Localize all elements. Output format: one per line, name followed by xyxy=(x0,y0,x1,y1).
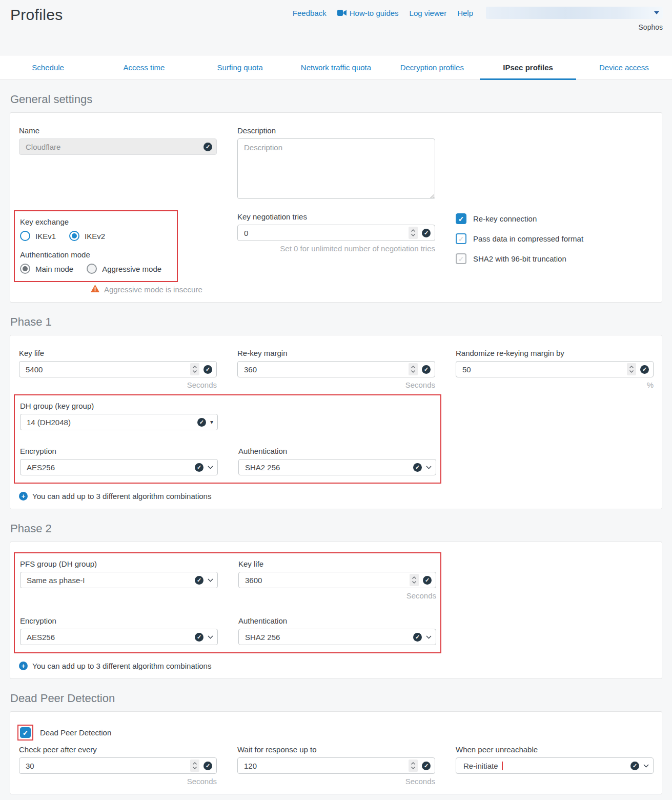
video-camera-icon xyxy=(337,9,347,17)
description-input[interactable] xyxy=(237,138,435,199)
phase2-algorithms-highlight-box: PFS group (DH group) Same as phase-I ✓ K… xyxy=(14,552,441,653)
number-spinner[interactable] xyxy=(190,759,199,772)
radio-ikev1[interactable] xyxy=(20,231,30,241)
dpd-check-peer-input[interactable]: 30 ✓ xyxy=(19,757,217,774)
phase1-add-combination-note: + You can add up to 3 different algorith… xyxy=(19,492,653,501)
compressed-format-checkbox[interactable]: ✓ xyxy=(456,233,466,244)
valid-check-icon: ✓ xyxy=(195,463,203,472)
tab-access-time[interactable]: Access time xyxy=(96,55,192,79)
phase2-encryption-select[interactable]: AES256 ✓ xyxy=(20,629,218,645)
chevron-down-icon xyxy=(208,464,213,470)
phase1-randomize-input[interactable]: 50 ✓ xyxy=(456,361,654,377)
radio-ikev1-label: IKEv1 xyxy=(35,232,56,241)
phase2-key-life-label: Key life xyxy=(238,559,436,568)
general-settings-panel: Name Cloudflare ✓ Description Key exchan… xyxy=(10,112,662,303)
sha2-truncation-label: SHA2 with 96-bit truncation xyxy=(473,254,566,263)
number-spinner[interactable] xyxy=(627,363,636,375)
phase1-key-life-label: Key life xyxy=(19,349,217,357)
chevron-down-icon xyxy=(654,11,659,14)
rekey-connection-checkbox[interactable]: ✓ xyxy=(456,213,466,224)
dpd-enable-row: ✓ Dead Peer Detection xyxy=(19,726,653,739)
phase1-encryption-select[interactable]: AES256 ✓ xyxy=(20,459,218,475)
phase1-key-life-input[interactable]: 5400 ✓ xyxy=(19,361,217,377)
dpd-when-unreachable-label: When peer unreachable xyxy=(456,745,654,754)
phase1-panel: Key life 5400 ✓ Seconds Re-key margin 36… xyxy=(10,335,662,509)
phase1-rekey-margin-label: Re-key margin xyxy=(237,349,435,357)
account-selector[interactable] xyxy=(486,7,663,19)
phase2-add-combination-note: + You can add up to 3 different algorith… xyxy=(19,662,653,670)
chevron-down-icon xyxy=(643,763,649,769)
number-spinner[interactable] xyxy=(410,574,419,586)
tab-ipsec-profiles[interactable]: IPsec profiles xyxy=(480,55,576,79)
app-header: Profiles Feedback How-to guides Log view… xyxy=(0,0,672,51)
chevron-down-icon xyxy=(208,577,213,583)
radio-aggressive-mode[interactable] xyxy=(87,264,97,274)
account-vendor-label: Sophos xyxy=(639,23,663,31)
dpd-check-peer-label: Check peer after every xyxy=(19,745,217,754)
feedback-link[interactable]: Feedback xyxy=(293,9,327,17)
phase1-randomize-unit: % xyxy=(456,381,654,389)
valid-check-icon: ✓ xyxy=(422,229,431,237)
tab-schedule[interactable]: Schedule xyxy=(0,55,96,79)
sha2-truncation-checkbox[interactable]: ✓ xyxy=(456,253,466,264)
phase1-randomize-label: Randomize re-keying margin by xyxy=(456,349,654,357)
phase2-encryption-field: Encryption AES256 ✓ xyxy=(20,611,218,645)
tab-network-traffic-quota[interactable]: Network traffic quota xyxy=(288,55,384,79)
number-spinner[interactable] xyxy=(409,363,418,375)
phase1-key-life-group: Key life 5400 ✓ Seconds xyxy=(19,344,217,389)
number-spinner[interactable] xyxy=(190,363,199,375)
tab-decryption-profiles[interactable]: Decryption profiles xyxy=(384,55,480,79)
how-to-guides-link[interactable]: How-to guides xyxy=(337,9,399,17)
valid-check-icon: ✓ xyxy=(423,576,432,585)
dpd-heading: Dead Peer Detection xyxy=(10,692,662,705)
valid-check-icon: ✓ xyxy=(422,365,431,374)
dpd-checkbox-highlight-box: ✓ xyxy=(17,725,33,741)
key-exchange-column: Key exchange IKEv1 IKEv2 Authentication … xyxy=(19,207,217,294)
valid-check-icon: ✓ xyxy=(630,762,639,770)
compressed-format-label: Pass data in compressed format xyxy=(473,234,583,243)
log-viewer-link[interactable]: Log viewer xyxy=(410,9,447,17)
help-link[interactable]: Help xyxy=(457,9,473,17)
valid-check-icon: ✓ xyxy=(640,365,649,374)
add-plus-icon[interactable]: + xyxy=(19,662,28,670)
valid-check-icon: ✓ xyxy=(413,463,422,472)
tab-device-access[interactable]: Device access xyxy=(576,55,672,79)
tab-surfing-quota[interactable]: Surfing quota xyxy=(192,55,288,79)
valid-check-icon: ✓ xyxy=(203,762,212,770)
dpd-check-peer-unit: Seconds xyxy=(19,777,217,786)
phase1-dh-group-label: DH group (key group) xyxy=(20,402,218,410)
radio-main-mode[interactable] xyxy=(20,264,30,274)
phase1-rekey-margin-unit: Seconds xyxy=(237,381,435,389)
phase2-heading: Phase 2 xyxy=(10,522,662,535)
radio-main-mode-label: Main mode xyxy=(35,265,73,273)
warning-triangle-icon xyxy=(91,285,99,294)
valid-check-icon: ✓ xyxy=(413,633,422,642)
dpd-panel: ✓ Dead Peer Detection Check peer after e… xyxy=(10,711,662,794)
dpd-wait-response-input[interactable]: 120 ✓ xyxy=(237,757,435,774)
dpd-enable-checkbox[interactable]: ✓ xyxy=(20,727,31,738)
radio-ikev2[interactable] xyxy=(69,231,79,241)
phase2-pfs-group-select[interactable]: Same as phase-I ✓ xyxy=(20,572,218,588)
number-spinner[interactable] xyxy=(409,227,418,239)
phase1-rekey-margin-input[interactable]: 360 ✓ xyxy=(237,361,435,377)
phase1-authentication-label: Authentication xyxy=(238,447,436,455)
phase1-authentication-select[interactable]: SHA2 256 ✓ xyxy=(238,459,436,475)
valid-check-icon: ✓ xyxy=(203,143,212,151)
add-plus-icon[interactable]: + xyxy=(19,492,28,501)
description-field-group: Description xyxy=(237,121,435,201)
rekey-connection-label: Re-key connection xyxy=(473,214,537,223)
phase2-key-life-unit: Seconds xyxy=(238,591,436,600)
phase1-key-life-unit: Seconds xyxy=(19,381,217,389)
key-negotiation-hint: Set 0 for unlimited number of negotiatio… xyxy=(237,244,435,253)
phase2-key-life-input[interactable]: 3600 ✓ xyxy=(238,572,436,588)
number-spinner[interactable] xyxy=(409,759,418,772)
valid-check-icon: ✓ xyxy=(197,418,206,427)
phase2-authentication-select[interactable]: SHA2 256 ✓ xyxy=(238,629,436,645)
name-input[interactable]: Cloudflare ✓ xyxy=(19,138,217,155)
name-label: Name xyxy=(19,126,217,135)
phase1-dh-group-select[interactable]: 14 (DH2048) ✓ ▾ xyxy=(20,414,218,430)
key-negotiation-field-group: Key negotiation tries 0 ✓ Set 0 for unli… xyxy=(237,207,435,253)
dpd-when-unreachable-select[interactable]: Re-initiate ✓ xyxy=(456,757,654,774)
chevron-down-icon xyxy=(426,464,432,470)
key-negotiation-input[interactable]: 0 ✓ xyxy=(237,225,435,241)
